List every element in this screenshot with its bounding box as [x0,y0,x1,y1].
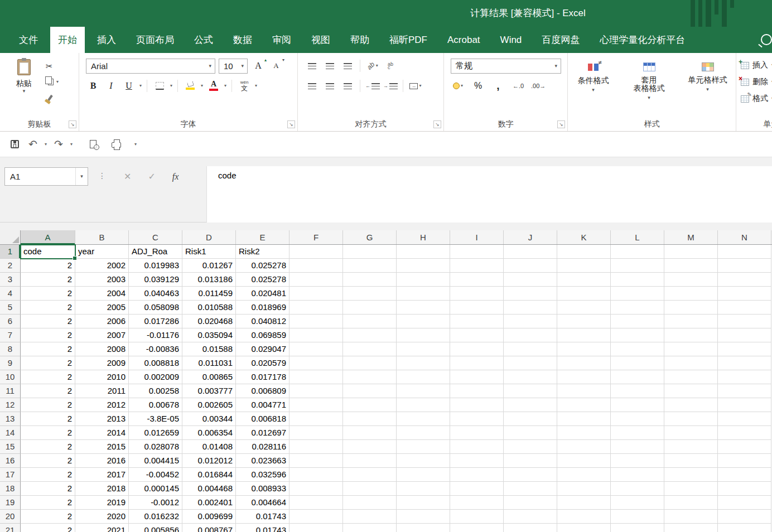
cell-J4[interactable] [504,287,557,301]
cell-H6[interactable] [397,315,450,328]
cell-G12[interactable] [343,398,397,412]
cell-D16[interactable]: 0.012012 [182,454,236,468]
cell-E11[interactable]: 0.006809 [236,384,290,398]
tab-insert[interactable]: 插入 [89,27,124,53]
cell-C12[interactable]: 0.00678 [129,398,182,412]
cell-G20[interactable] [343,510,397,524]
cell-E1[interactable]: Risk2 [236,245,290,259]
orientation-button[interactable]: ab [365,59,380,73]
cell-M18[interactable] [664,482,718,496]
cell-A10[interactable]: 2 [21,370,75,384]
cell-E17[interactable]: 0.032596 [236,468,290,482]
cell-A5[interactable]: 2 [21,301,75,315]
cell-F21[interactable] [290,524,343,532]
tab-view[interactable]: 视图 [303,27,338,53]
cell-E9[interactable]: 0.020579 [236,356,290,370]
cell-G16[interactable] [343,454,397,468]
row-header-16[interactable]: 16 [0,454,21,468]
cell-M16[interactable] [664,454,718,468]
column-header-J[interactable]: J [504,230,557,244]
cell-G2[interactable] [343,259,397,273]
cell-L18[interactable] [611,482,664,496]
tab-page-layout[interactable]: 页面布局 [128,27,182,53]
format-painter-button[interactable] [46,91,59,104]
cell-D5[interactable]: 0.010588 [182,301,236,315]
row-header-21[interactable]: 21 [0,524,21,532]
cell-C8[interactable]: -0.00836 [129,342,182,356]
column-header-I[interactable]: I [450,230,504,244]
cell-L19[interactable] [611,496,664,510]
cell-E15[interactable]: 0.028116 [236,440,290,454]
cell-H18[interactable] [397,482,450,496]
cell-H20[interactable] [397,510,450,524]
align-center-button[interactable] [322,79,337,93]
cell-D14[interactable]: 0.006354 [182,426,236,440]
cell-I11[interactable] [450,384,504,398]
cell-B1[interactable]: year [75,245,129,259]
chevron-down-icon[interactable] [70,142,73,147]
cell-C18[interactable]: 0.000145 [129,482,182,496]
cell-I8[interactable] [450,342,504,356]
cell-J15[interactable] [504,440,557,454]
cell-J1[interactable] [504,245,557,259]
copy-button[interactable] [46,76,59,88]
cell-L14[interactable] [611,426,664,440]
cell-G3[interactable] [343,273,397,287]
cell-E6[interactable]: 0.040812 [236,315,290,328]
align-top-button[interactable] [305,59,319,73]
cell-N9[interactable] [718,356,771,370]
cell-L21[interactable] [611,524,664,532]
paste-button[interactable]: 粘贴 [8,57,40,104]
cell-J20[interactable] [504,510,557,524]
decrease-indent-button[interactable] [365,79,380,93]
cell-G11[interactable] [343,384,397,398]
qat-customize-button[interactable] [134,142,137,147]
cell-A19[interactable]: 2 [21,496,75,510]
font-dialog-launcher[interactable] [287,120,295,128]
column-header-B[interactable]: B [75,230,129,244]
cell-B14[interactable]: 2014 [75,426,129,440]
accounting-format-button[interactable] [451,79,465,93]
cell-E21[interactable]: 0.01743 [236,524,290,532]
cell-A2[interactable]: 2 [21,259,75,273]
cell-I15[interactable] [450,440,504,454]
cell-L10[interactable] [611,370,664,384]
cell-K12[interactable] [557,398,611,412]
cell-K5[interactable] [557,301,611,315]
cell-F11[interactable] [290,384,343,398]
row-header-6[interactable]: 6 [0,315,21,328]
cell-N4[interactable] [718,287,771,301]
cell-D12[interactable]: 0.002605 [182,398,236,412]
cell-G7[interactable] [343,328,397,342]
cell-E8[interactable]: 0.029047 [236,342,290,356]
cell-L7[interactable] [611,328,664,342]
cell-H4[interactable] [397,287,450,301]
cell-H16[interactable] [397,454,450,468]
cell-K16[interactable] [557,454,611,468]
cell-N12[interactable] [718,398,771,412]
print-button[interactable] [109,137,123,152]
align-bottom-button[interactable] [340,59,355,73]
align-left-button[interactable] [305,79,319,93]
cell-M1[interactable] [664,245,718,259]
column-header-G[interactable]: G [343,230,397,244]
cell-J14[interactable] [504,426,557,440]
cell-M8[interactable] [664,342,718,356]
cell-C19[interactable]: -0.0012 [129,496,182,510]
cell-A7[interactable]: 2 [21,328,75,342]
cell-L16[interactable] [611,454,664,468]
cell-I18[interactable] [450,482,504,496]
cell-B20[interactable]: 2020 [75,510,129,524]
cell-E10[interactable]: 0.017178 [236,370,290,384]
cell-I4[interactable] [450,287,504,301]
cell-K18[interactable] [557,482,611,496]
cell-J13[interactable] [504,412,557,426]
font-color-button[interactable]: A [206,79,221,93]
bold-button[interactable]: B [86,79,100,93]
cell-H17[interactable] [397,468,450,482]
row-header-15[interactable]: 15 [0,440,21,454]
cell-E20[interactable]: 0.01743 [236,510,290,524]
cell-H5[interactable] [397,301,450,315]
cell-M17[interactable] [664,468,718,482]
cell-J10[interactable] [504,370,557,384]
